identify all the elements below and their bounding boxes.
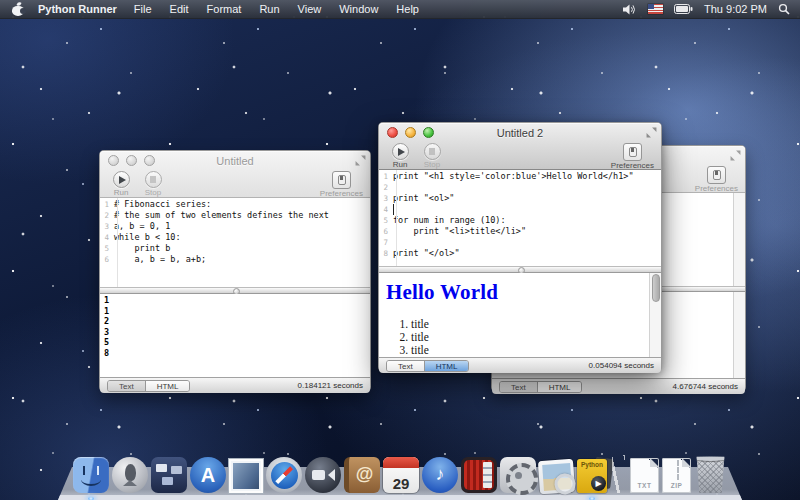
dock: A @ 29 ♪ Python ▶ TXT ZIP xyxy=(0,448,800,500)
text-tab[interactable]: Text xyxy=(108,381,145,391)
window-chrome[interactable]: Untitled 2 Run Stop Preferences xyxy=(379,123,661,170)
window-title: Untitled xyxy=(100,155,370,167)
output-line: 5 xyxy=(104,337,370,348)
code-line: 1 print "<h1 style='color:blue'>Hello Wo… xyxy=(379,171,661,182)
code-line: 5 print b xyxy=(100,243,370,254)
execution-time: 0.184121 seconds xyxy=(298,381,363,390)
menu-bar-clock[interactable]: Thu 9:02 PM xyxy=(704,3,767,15)
preferences-button[interactable]: Preferences xyxy=(320,171,363,198)
dock-mail-icon[interactable] xyxy=(229,459,263,493)
dock-calendar-icon[interactable]: 29 xyxy=(383,457,419,493)
rendered-list-item: title xyxy=(411,344,661,357)
run-button[interactable]: Run xyxy=(386,143,414,169)
stop-button[interactable]: Stop xyxy=(418,143,446,169)
line-number: 8 xyxy=(379,248,393,259)
spotlight-icon[interactable] xyxy=(778,3,790,15)
play-icon xyxy=(119,176,126,184)
stop-icon xyxy=(429,148,436,155)
output-mode-toggle: Text HTML xyxy=(107,380,190,392)
code-line: 2 # the sum of two elements defines the … xyxy=(100,210,370,221)
dock-system-preferences-icon[interactable] xyxy=(500,457,536,493)
code-editor[interactable]: 1 print "<h1 style='color:blue'>Hello Wo… xyxy=(379,170,661,266)
preferences-button[interactable]: Preferences xyxy=(611,143,654,170)
output-pane[interactable]: 112358 xyxy=(100,294,370,377)
line-number: 7 xyxy=(379,237,393,248)
line-number: 6 xyxy=(100,254,114,265)
code-line: 5 for num in range (10): xyxy=(379,215,661,226)
dock-facetime-icon[interactable] xyxy=(305,457,341,493)
scrollbar[interactable] xyxy=(733,193,745,286)
scrollbar-thumb[interactable] xyxy=(652,274,660,302)
code-editor[interactable]: 1 # Fibonacci series: 2 # the sum of two… xyxy=(100,198,370,287)
run-button[interactable]: Run xyxy=(107,171,135,197)
play-badge-icon: ▶ xyxy=(591,476,606,491)
battery-icon[interactable] xyxy=(674,4,693,14)
splitter-handle[interactable] xyxy=(379,266,661,273)
dock-preview-icon[interactable] xyxy=(538,459,575,494)
line-number: 2 xyxy=(100,210,114,221)
menu-item[interactable]: Help xyxy=(387,0,428,19)
dock-mission-control-icon[interactable] xyxy=(151,457,187,493)
scrollbar[interactable] xyxy=(733,292,745,378)
line-number: 5 xyxy=(379,215,393,226)
html-tab[interactable]: HTML xyxy=(537,382,582,392)
splitter-handle[interactable] xyxy=(100,287,370,294)
menu-item[interactable]: Format xyxy=(198,0,251,19)
menu-item[interactable]: File xyxy=(125,0,161,19)
code-line: 4 xyxy=(379,204,661,215)
text-tab[interactable]: Text xyxy=(387,361,424,371)
titlebar[interactable]: Untitled 2 xyxy=(379,123,661,142)
scrollbar[interactable] xyxy=(649,273,661,357)
fullscreen-icon[interactable] xyxy=(355,155,366,166)
preferences-icon xyxy=(707,166,726,184)
dock-photo-booth-icon[interactable] xyxy=(461,457,497,493)
input-source-flag-icon[interactable] xyxy=(648,4,663,14)
line-number: 1 xyxy=(100,199,114,210)
titlebar[interactable]: Untitled xyxy=(100,151,370,170)
dock-zip-file-icon[interactable]: ZIP xyxy=(662,458,691,493)
rendered-list-item: title xyxy=(411,318,661,331)
code-line: 8 print "</ol>" xyxy=(379,248,661,259)
apple-menu-icon[interactable] xyxy=(12,3,24,16)
execution-time: 0.054094 seconds xyxy=(589,361,654,370)
menu-item[interactable]: Edit xyxy=(161,0,198,19)
line-number: 4 xyxy=(379,204,393,215)
rendered-list-item: title xyxy=(411,331,661,344)
dock-safari-icon[interactable] xyxy=(266,457,302,493)
rendered-list: titletitletitletitletitletitle xyxy=(379,318,661,357)
dock-itunes-icon[interactable]: ♪ xyxy=(422,457,458,493)
line-number: 1 xyxy=(379,171,393,182)
line-number: 3 xyxy=(100,221,114,232)
window-footer: Text HTML 0.184121 seconds xyxy=(100,377,370,393)
dock-python-runner-icon[interactable]: Python ▶ xyxy=(577,459,607,493)
preferences-icon xyxy=(623,143,642,161)
dock-txt-file-icon[interactable]: TXT xyxy=(630,458,659,493)
app-menu-title[interactable]: Python Runner xyxy=(38,3,117,15)
menu-item[interactable]: Run xyxy=(250,0,288,19)
menu-item[interactable]: View xyxy=(289,0,331,19)
fullscreen-icon[interactable] xyxy=(646,127,657,138)
fullscreen-icon[interactable] xyxy=(730,150,741,161)
line-number: 6 xyxy=(379,226,393,237)
dock-app-store-icon[interactable]: A xyxy=(190,457,226,493)
html-tab[interactable]: HTML xyxy=(424,361,469,371)
line-number: 2 xyxy=(379,182,393,193)
code-line: 2 xyxy=(379,182,661,193)
menu-bar: Python Runner FileEditFormatRunViewWindo… xyxy=(0,0,800,19)
toolbar: Run Stop Preferences xyxy=(379,142,661,169)
html-tab[interactable]: HTML xyxy=(145,381,190,391)
code-line: 1 # Fibonacci series: xyxy=(100,199,370,210)
menu-item[interactable]: Window xyxy=(330,0,387,19)
dock-trash-icon[interactable] xyxy=(694,456,727,493)
volume-icon[interactable] xyxy=(623,4,637,15)
dock-contacts-icon[interactable]: @ xyxy=(344,457,380,493)
window-chrome[interactable]: Untitled Run Stop Preferences xyxy=(100,151,370,198)
dock-launchpad-icon[interactable] xyxy=(112,457,148,493)
output-pane[interactable]: Hello World titletitletitletitletitletit… xyxy=(379,273,661,357)
text-tab[interactable]: Text xyxy=(500,382,537,392)
dock-finder-icon[interactable] xyxy=(73,457,109,493)
window-footer: Text HTML 4.676744 seconds xyxy=(492,378,745,394)
stop-button[interactable]: Stop xyxy=(139,171,167,197)
preferences-button[interactable]: Preferences xyxy=(695,166,738,193)
output-line: 8 xyxy=(104,348,370,359)
